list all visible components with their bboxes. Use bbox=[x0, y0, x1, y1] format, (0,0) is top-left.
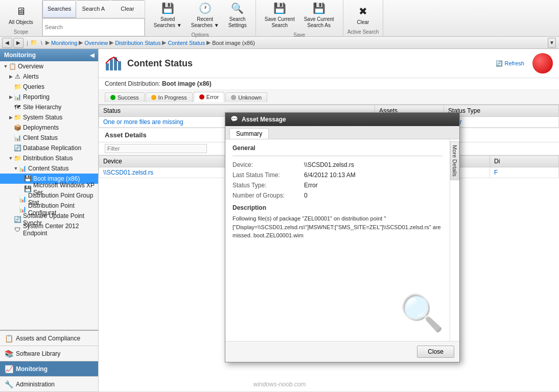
refresh-icon: 🔄 bbox=[496, 60, 503, 67]
watermark: windows-noob.com bbox=[253, 381, 306, 388]
svg-rect-3 bbox=[118, 61, 121, 70]
search-input[interactable] bbox=[45, 24, 142, 30]
all-objects-icon: 🖥 bbox=[14, 4, 28, 18]
recent-searches-button[interactable]: 🕐 RecentSearches ▼ bbox=[187, 0, 224, 31]
content-status-icon: 📊 bbox=[18, 164, 27, 173]
asset-message-modal: 💬 Asset Message Summary General Device: … bbox=[225, 112, 460, 362]
save-current-search-as-button[interactable]: 💾 Save CurrentSearch As bbox=[299, 0, 339, 31]
col-di[interactable]: Di bbox=[490, 156, 559, 167]
col-status-type[interactable]: Status Type bbox=[444, 105, 559, 117]
searches-tab[interactable]: Searches bbox=[42, 0, 77, 18]
sidebar-footer-monitoring[interactable]: 📈 Monitoring bbox=[0, 361, 98, 377]
saved-searches-button[interactable]: 💾 SavedSearches ▼ bbox=[149, 0, 187, 31]
deployments-icon: 📦 bbox=[13, 124, 21, 132]
clear-button[interactable]: ✖ Clear bbox=[351, 2, 375, 28]
sidebar-collapse-icon[interactable]: ◀ bbox=[90, 52, 94, 59]
sidebar-footer-software-library[interactable]: 📚 Software Library bbox=[0, 346, 98, 361]
expand-arrow-reporting: ▶ bbox=[8, 94, 13, 100]
breadcrumb-dropdown-button[interactable]: ▼ bbox=[548, 38, 556, 48]
sidebar-item-system-center-endpoint[interactable]: ▶ 🛡 System Center 2012 Endpoint bbox=[0, 225, 98, 235]
row-status-type: Error bbox=[444, 117, 559, 128]
content-status-page-icon bbox=[105, 54, 123, 72]
svg-rect-1 bbox=[110, 59, 113, 70]
forward-button[interactable]: ▶ bbox=[13, 38, 24, 48]
filter-input[interactable] bbox=[105, 144, 207, 153]
save-group-label: Save bbox=[293, 32, 305, 38]
all-objects-label: All Objects bbox=[9, 19, 33, 26]
unknown-dot bbox=[231, 95, 236, 100]
content-subtitle: Content Distribution: Boot image (x86) bbox=[99, 78, 559, 90]
sidebar-footer-administration[interactable]: 🔧 Administration bbox=[0, 377, 98, 392]
sidebar-item-client-status[interactable]: ▶ 📊 Client Status bbox=[0, 133, 98, 143]
refresh-button[interactable]: 🔄 Refresh bbox=[496, 60, 524, 67]
breadcrumb-content-status[interactable]: Content Status bbox=[168, 40, 205, 46]
modal-description-text: Following file(s) of package "ZEL00001" … bbox=[232, 214, 442, 240]
sidebar-item-distribution-status[interactable]: ▼ 📁 Distribution Status bbox=[0, 153, 98, 163]
sidebar-content: ▼ 📋 Overview ▶ ⚠ Alerts ▶ 📁 Queries ▶ 📊 … bbox=[0, 61, 98, 330]
boot-image-icon: 💾 bbox=[24, 175, 32, 183]
page-title: Content Status bbox=[127, 58, 193, 69]
sidebar-item-site-hierarchy[interactable]: ▶ 🗺 Site Hierarchy bbox=[0, 102, 98, 112]
save-current-search-button[interactable]: 💾 Save CurrentSearch bbox=[260, 0, 299, 31]
sidebar-title: Monitoring bbox=[4, 52, 90, 59]
dist-point-group-stat-icon: 📊 bbox=[18, 195, 27, 203]
expand-arrow-content-status: ▼ bbox=[13, 166, 18, 171]
save-search-icon: 💾 bbox=[272, 1, 287, 15]
client-status-icon: 📊 bbox=[13, 134, 21, 142]
scope-group-label: Scope bbox=[14, 29, 28, 35]
save-search-as-icon: 💾 bbox=[312, 1, 326, 15]
back-button[interactable]: ◀ bbox=[2, 38, 12, 48]
sidebar-item-database-replication[interactable]: ▶ 🔄 Database Replication bbox=[0, 143, 98, 153]
toolbar-group-save: 💾 Save CurrentSearch 💾 Save CurrentSearc… bbox=[256, 0, 343, 36]
expand-arrow-alerts: ▶ bbox=[8, 74, 13, 79]
sidebar-item-deployments[interactable]: ▶ 📦 Deployments bbox=[0, 122, 98, 133]
sidebar-footer: 📋 Assets and Compliance 📚 Software Libra… bbox=[0, 330, 98, 392]
clear-search-tab[interactable]: Clear bbox=[110, 0, 145, 18]
content-header: Content Status 🔄 Refresh bbox=[99, 49, 559, 78]
sidebar-item-alerts[interactable]: ▶ ⚠ Alerts bbox=[0, 71, 98, 82]
search-settings-button[interactable]: 🔍 SearchSettings bbox=[224, 0, 251, 31]
sidebar-footer-assets-compliance[interactable]: 📋 Assets and Compliance bbox=[0, 331, 98, 346]
asset-di: F bbox=[490, 167, 559, 178]
tab-unknown[interactable]: Unknown bbox=[225, 92, 267, 102]
breadcrumb-monitoring[interactable]: Monitoring bbox=[51, 40, 77, 46]
breadcrumb-distribution-status[interactable]: Distribution Status bbox=[115, 40, 160, 46]
breadcrumb-overview[interactable]: Overview bbox=[84, 40, 108, 46]
tab-error[interactable]: Error bbox=[194, 92, 224, 102]
queries-icon: 📁 bbox=[13, 83, 21, 91]
modal-tab-summary[interactable]: Summary bbox=[229, 128, 269, 139]
toolbar: 🖥 All Objects Scope Searches Search A Cl… bbox=[0, 0, 559, 37]
modal-description-title: Description bbox=[232, 204, 442, 211]
sidebar-item-content-status[interactable]: ▼ 📊 Content Status bbox=[0, 163, 98, 174]
close-button[interactable]: Close bbox=[417, 346, 454, 358]
system-status-icon: 📁 bbox=[13, 113, 21, 121]
modal-content: General Device: \\SCSD01.zelsd.rs Last S… bbox=[225, 139, 450, 341]
recent-searches-icon: 🕐 bbox=[198, 1, 212, 15]
assets-compliance-icon: 📋 bbox=[4, 334, 13, 343]
more-details-button[interactable]: More Details bbox=[450, 141, 459, 180]
toolbar-group-active-search: ✖ Clear Active Search bbox=[343, 0, 384, 36]
modal-tabs: Summary bbox=[225, 126, 459, 139]
modal-field-device: Device: \\SCSD01.zelsd.rs bbox=[232, 161, 442, 168]
sidebar-item-queries[interactable]: ▶ 📁 Queries bbox=[0, 82, 98, 92]
all-objects-button[interactable]: 🖥 All Objects bbox=[4, 2, 38, 28]
search-a-tab[interactable]: Search A bbox=[76, 0, 110, 18]
site-hierarchy-icon: 🗺 bbox=[13, 103, 21, 111]
svg-rect-0 bbox=[106, 63, 109, 70]
modal-field-num-groups: Number of Groups: 0 bbox=[232, 192, 442, 199]
tab-in-progress[interactable]: In Progress bbox=[146, 92, 193, 102]
monitoring-icon: 📈 bbox=[4, 364, 13, 374]
sidebar: Monitoring ◀ ▼ 📋 Overview ▶ ⚠ Alerts ▶ 📁… bbox=[0, 49, 99, 392]
overview-icon: 📋 bbox=[8, 62, 16, 70]
alerts-icon: ⚠ bbox=[13, 72, 21, 81]
modal-general-title: General bbox=[232, 144, 442, 152]
sidebar-item-reporting[interactable]: ▶ 📊 Reporting bbox=[0, 92, 98, 102]
sidebar-item-overview[interactable]: ▼ 📋 Overview bbox=[0, 61, 98, 71]
expand-arrow-overview: ▼ bbox=[3, 64, 8, 69]
modal-titlebar: 💬 Asset Message bbox=[225, 113, 459, 126]
reporting-icon: 📊 bbox=[13, 93, 21, 101]
content-tabs: Success In Progress Error Unknown bbox=[99, 90, 559, 105]
expand-arrow-distribution-status: ▼ bbox=[8, 156, 13, 161]
sidebar-item-system-status[interactable]: ▶ 📁 System Status bbox=[0, 112, 98, 122]
tab-success[interactable]: Success bbox=[105, 92, 145, 102]
